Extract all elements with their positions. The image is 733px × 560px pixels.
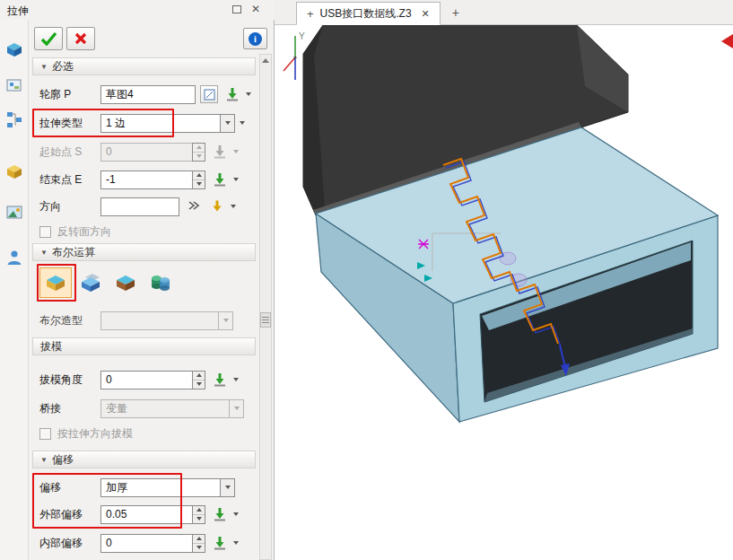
draft-direction-row: 按拉伸方向拔模 [32,425,258,442]
flip-face-checkbox[interactable] [39,226,51,238]
tab-close-icon[interactable]: ✕ [422,8,430,20]
draft-dropdown[interactable] [231,371,240,389]
panel-restore-icon[interactable] [232,5,241,13]
sidebar-icon-extrude[interactable] [4,39,24,59]
image-icon [4,203,24,223]
info-button[interactable]: i [243,28,267,49]
outer-dropdown[interactable] [231,505,240,523]
end-insert-button[interactable] [211,171,229,188]
start-point-row: 起始点 S 0 [32,140,258,163]
profile-insert-button[interactable] [223,85,241,103]
section-header-boolean[interactable]: ▼ 布尔运算 [32,243,256,261]
sidebar-icon-visualize[interactable] [4,203,24,223]
boolean-base-icon [43,272,68,293]
chevron-down-icon [246,92,251,96]
spinner[interactable] [192,371,205,389]
chevron-down-icon [233,512,239,516]
new-tab-button[interactable]: + [452,6,459,19]
cancel-button[interactable] [66,27,95,50]
boolean-operations-row [32,266,258,300]
extrude-type-label: 拉伸类型 [39,116,100,131]
green-arrow-icon [213,372,227,387]
draft-direction-checkbox[interactable] [39,428,51,440]
panel-title: 拉伸 [7,4,29,19]
user-icon [4,248,24,267]
profile-dropdown[interactable] [244,85,253,103]
panel-close-icon[interactable]: ✕ [251,3,260,15]
boolean-shape-input [100,311,233,330]
draft-angle-row: 拔模角度 0 [32,368,258,391]
inner-dropdown[interactable] [231,534,240,552]
section-header-draft[interactable]: 拔模 [32,337,256,355]
side-icon-strip [0,20,29,560]
extrude-type-value: 1 边 [106,116,126,131]
profile-pick-button[interactable] [200,85,218,103]
chevron-down-icon [233,541,239,545]
start-insert-button [211,143,229,161]
extrude-type-dropdown[interactable] [238,114,247,132]
end-dropdown[interactable] [231,171,240,188]
outer-insert-button[interactable] [211,505,229,523]
boolean-remove-button[interactable] [109,267,142,298]
sketch-icon [204,89,215,101]
panel-scrollbar[interactable] [259,54,272,560]
chevron-down-icon [233,150,239,153]
extrude-type-row: 拉伸类型 1 边 [32,111,258,135]
combo-arrow-icon[interactable] [220,114,235,133]
inner-offset-input[interactable]: 0 [100,534,205,553]
scroll-up-icon[interactable] [260,55,271,66]
end-point-row: 结束点 E -1 [32,168,258,191]
document-tab[interactable]: + USB接口数据线.Z3 ✕ [296,2,441,25]
panel-titlebar: 拉伸 ✕ [0,0,275,20]
chevron-down-icon [240,121,245,125]
green-arrow-icon [213,172,227,187]
boolean-add-button[interactable] [74,267,107,298]
direction-input[interactable] [100,197,179,216]
combo-arrow-icon[interactable] [220,478,235,497]
solid-box-icon [4,162,24,181]
end-point-value: -1 [106,173,116,186]
draft-insert-button[interactable] [211,371,229,389]
spinner[interactable] [192,505,205,524]
spinner[interactable] [192,534,205,553]
scrollbar-grip[interactable] [260,312,271,328]
section-header-required[interactable]: ▼ 必选 [32,57,256,75]
draft-angle-input[interactable]: 0 [100,371,205,389]
inner-insert-button[interactable] [211,534,229,552]
sidebar-icon-manager-tree[interactable] [4,109,24,129]
bridge-label: 桥接 [39,401,100,416]
ok-button[interactable] [34,27,63,50]
section-header-offset[interactable]: ▼ 偏移 [32,451,256,468]
bridge-value: 变量 [106,401,127,416]
collapse-icon: ▼ [40,249,48,257]
yellow-arrow-icon [210,199,224,214]
extrude-type-select[interactable]: 1 边 [100,114,235,133]
tree-icon [4,109,24,129]
direction-row: 方向 [32,195,258,218]
boolean-intersect-button[interactable] [144,267,177,298]
start-point-label: 起始点 S [39,144,100,160]
direction-expand-button[interactable] [185,197,203,215]
check-icon [39,31,57,46]
direction-dropdown[interactable] [229,197,238,215]
chevron-down-icon [233,178,239,181]
offset-type-select[interactable]: 加厚 [100,478,235,497]
section-title: 偏移 [52,452,74,468]
direction-pick-button[interactable] [208,197,226,215]
sidebar-icon-solid[interactable] [4,162,24,181]
viewport-3d[interactable]: Y [275,25,733,560]
boolean-shape-label: 布尔造型 [39,313,100,328]
profile-input[interactable]: 草图4 [100,85,196,104]
boolean-base-button[interactable] [39,267,72,298]
profile-label: 轮廓 P [39,87,100,102]
sidebar-icon-user[interactable] [4,248,24,267]
profile-row: 轮廓 P 草图4 [32,83,258,106]
green-arrow-icon [213,536,227,550]
outer-offset-input[interactable]: 0.05 [100,505,205,524]
extrude-cube-icon [4,39,24,59]
sidebar-icon-library[interactable] [4,75,24,95]
end-point-input[interactable]: -1 [100,171,205,189]
model-canvas[interactable]: Y [275,25,733,560]
outer-offset-row: 外部偏移 0.05 [32,503,258,526]
spinner[interactable] [192,171,205,189]
